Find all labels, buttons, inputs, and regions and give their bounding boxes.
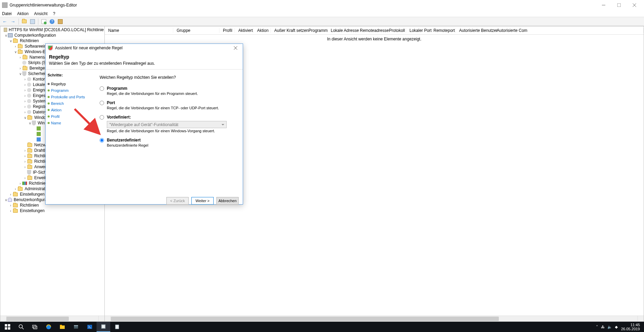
- predefined-combo: "Wiedergabe auf Gerät"-Funktionalität: [107, 121, 227, 128]
- step-programm[interactable]: Programm: [48, 87, 89, 94]
- toolbar-folder-icon[interactable]: [21, 18, 28, 25]
- toolbar-extra-icon[interactable]: [57, 18, 64, 25]
- tray-shield-icon[interactable]: ◆: [615, 325, 618, 329]
- col-profil[interactable]: Profil: [219, 28, 235, 33]
- dialog-question: Welchen Regeltyp möchten Sie erstellen?: [100, 75, 235, 80]
- menu-bar: Datei Aktion Ansicht ?: [0, 10, 644, 17]
- menu-help[interactable]: ?: [53, 11, 55, 16]
- svg-rect-18: [115, 325, 119, 329]
- taskbar-powershell[interactable]: [83, 322, 97, 332]
- close-button[interactable]: [627, 0, 642, 10]
- col-remote-adr[interactable]: Remoteadresse: [356, 28, 386, 33]
- dialog-heading: Regeltyp: [49, 54, 239, 60]
- taskbar-clock[interactable]: 11:45 26.05.2019: [621, 323, 640, 331]
- svg-rect-8: [33, 325, 36, 328]
- radio-custom[interactable]: [100, 138, 104, 143]
- window-titlebar: Gruppenrichtlinienverwaltungs-Editor: [0, 0, 644, 10]
- firewall-icon: [48, 45, 53, 51]
- tree-computerconfig[interactable]: ∨Computerkonfiguration: [0, 33, 104, 38]
- col-auth-benutzer[interactable]: Autorisierte Benutzer: [456, 28, 493, 33]
- radio-port[interactable]: [100, 101, 104, 105]
- app-icon: [2, 2, 8, 8]
- taskview-button[interactable]: [28, 322, 42, 332]
- toolbar-help-icon[interactable]: ?: [49, 18, 55, 25]
- svg-rect-11: [60, 325, 65, 329]
- taskbar-server-manager[interactable]: [69, 322, 83, 332]
- taskbar-gpedit[interactable]: [97, 322, 110, 332]
- option-custom: Benutzerdefiniert Benutzerdefinierte Reg…: [100, 138, 235, 147]
- steps-label: Schritte:: [48, 73, 89, 77]
- window-title: Gruppenrichtlinienverwaltungs-Editor: [10, 3, 77, 8]
- step-aktion[interactable]: Aktion: [48, 107, 89, 113]
- svg-rect-12: [60, 325, 62, 326]
- step-protokolle[interactable]: Protokolle und Ports: [48, 94, 89, 100]
- system-tray: ˄ 🖧 🔈 ◆ 11:45 26.05.2019: [596, 323, 643, 331]
- menu-view[interactable]: Ansicht: [34, 11, 47, 16]
- col-auth-com[interactable]: Autorisierte Com: [493, 28, 644, 33]
- search-button[interactable]: [14, 322, 28, 332]
- toolbar-properties-icon[interactable]: [29, 18, 36, 25]
- step-regeltyp[interactable]: Regeltyp: [48, 81, 89, 87]
- minimize-button[interactable]: [596, 0, 611, 10]
- dialog-title: Assistent für neue eingehende Regel: [55, 46, 123, 50]
- radio-predefined[interactable]: [100, 115, 104, 120]
- tray-volume-icon[interactable]: 🔈: [607, 325, 612, 329]
- taskbar-notepad[interactable]: [110, 322, 124, 332]
- col-lokaler-port[interactable]: Lokaler Port: [406, 28, 430, 33]
- tree-root[interactable]: HTTPS für WinRM [DC2016.ADG.LOCAL] Richt…: [0, 27, 104, 33]
- taskbar: ˄ 🖧 🔈 ◆ 11:45 26.05.2019: [0, 322, 644, 332]
- tray-network-icon[interactable]: 🖧: [601, 325, 605, 329]
- dialog-close-button[interactable]: [230, 44, 241, 52]
- back-button: < Zurück: [166, 197, 189, 205]
- svg-rect-5: [8, 327, 10, 330]
- nav-forward-button[interactable]: [10, 18, 16, 25]
- col-protokoll[interactable]: Protokoll: [386, 28, 406, 33]
- col-aktion[interactable]: Aktion: [254, 28, 271, 33]
- col-programm[interactable]: Programm: [305, 28, 327, 33]
- next-button[interactable]: Weiter >: [191, 197, 214, 205]
- step-profil[interactable]: Profil: [48, 113, 89, 120]
- svg-line-7: [22, 328, 24, 330]
- option-port: Port Regel, die die Verbindungen für ein…: [100, 100, 235, 110]
- option-predefined: Vordefiniert: "Wiedergabe auf Gerät"-Fun…: [100, 115, 235, 133]
- col-ausser[interactable]: Außer Kraft setzen: [271, 28, 305, 33]
- tree-hscrollbar[interactable]: [0, 316, 104, 321]
- start-button[interactable]: [1, 322, 14, 332]
- menu-action[interactable]: Aktion: [17, 11, 28, 16]
- svg-rect-17: [102, 325, 105, 328]
- col-gruppe[interactable]: Gruppe: [173, 28, 219, 33]
- dialog-titlebar[interactable]: Assistent für neue eingehende Regel: [46, 44, 243, 52]
- svg-rect-9: [34, 326, 37, 329]
- toolbar: ?: [0, 17, 644, 26]
- option-program: Programm Regel, die die Verbindungen für…: [100, 86, 235, 96]
- column-headers[interactable]: Name Gruppe Profil Aktiviert Aktion Auße…: [105, 26, 644, 35]
- col-aktiviert[interactable]: Aktiviert: [235, 28, 254, 33]
- svg-rect-14: [74, 325, 78, 326]
- cancel-button[interactable]: Abbrechen: [216, 197, 239, 205]
- toolbar-export-icon[interactable]: [40, 18, 47, 25]
- nav-back-button[interactable]: [1, 18, 8, 25]
- radio-program[interactable]: [100, 86, 104, 91]
- tray-chevron-up-icon[interactable]: ˄: [596, 325, 598, 329]
- svg-rect-2: [5, 324, 7, 327]
- svg-point-6: [19, 325, 23, 328]
- dialog-subheading: Wählen Sie den Typ der zu erstellenden F…: [49, 61, 239, 66]
- svg-rect-3: [8, 324, 10, 327]
- menu-file[interactable]: Datei: [2, 11, 12, 16]
- col-name[interactable]: Name: [105, 28, 173, 33]
- taskbar-ie[interactable]: [42, 322, 55, 332]
- list-hscrollbar[interactable]: [105, 316, 644, 321]
- step-name[interactable]: Name: [48, 120, 89, 126]
- empty-list-message: In dieser Ansicht werden keine Elemente …: [105, 37, 644, 41]
- col-lokale-adr[interactable]: Lokale Adresse: [327, 28, 356, 33]
- tree-user-settings[interactable]: ›Einstellungen: [0, 208, 104, 213]
- wizard-steps: Schritte: Regeltyp Programm Protokolle u…: [46, 70, 91, 193]
- tree-policies[interactable]: ∨Richtlinien: [0, 38, 104, 44]
- step-bereich[interactable]: Bereich: [48, 100, 89, 107]
- svg-rect-4: [5, 327, 7, 330]
- maximize-button[interactable]: [611, 0, 627, 10]
- svg-rect-0: [617, 3, 621, 7]
- taskbar-explorer[interactable]: [55, 322, 69, 332]
- new-rule-wizard-dialog: Assistent für neue eingehende Regel Rege…: [45, 44, 243, 205]
- col-remoteport[interactable]: Remoteport: [430, 28, 456, 33]
